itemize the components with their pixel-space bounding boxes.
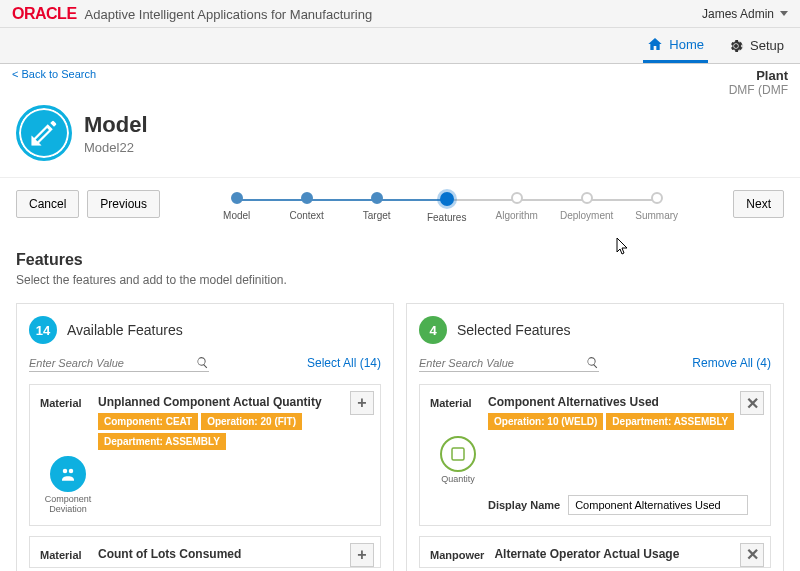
select-all-link[interactable]: Select All (14) xyxy=(307,356,381,370)
next-button[interactable]: Next xyxy=(733,190,784,218)
quantity-icon xyxy=(440,436,476,472)
nav-setup[interactable]: Setup xyxy=(724,30,788,62)
step-context[interactable]: Context xyxy=(272,192,342,221)
app-title: Adaptive Intelligent Applications for Ma… xyxy=(85,7,373,22)
section-desc: Select the features and add to the model… xyxy=(16,273,784,287)
chevron-down-icon xyxy=(780,11,788,16)
svg-point-0 xyxy=(734,44,738,48)
selected-feature-card: ✕ Material Component Alternatives Used O… xyxy=(419,384,771,526)
feature-name: Component Alternatives Used xyxy=(488,395,760,409)
selected-title: Selected Features xyxy=(457,322,571,338)
step-deployment: Deployment xyxy=(552,192,622,221)
plant-label: Plant xyxy=(729,68,788,83)
remove-all-link[interactable]: Remove All (4) xyxy=(692,356,771,370)
nav-home[interactable]: Home xyxy=(643,28,708,63)
oracle-logo: ORACLE xyxy=(12,5,77,23)
step-target[interactable]: Target xyxy=(342,192,412,221)
feature-category: Material xyxy=(40,547,88,561)
feature-name: Count of Lots Consumed xyxy=(98,547,370,561)
feature-category: Material xyxy=(40,395,88,409)
home-icon xyxy=(647,36,663,52)
page-title: Model xyxy=(84,112,148,138)
feature-icon-label: Component Deviation xyxy=(40,495,96,515)
step-model[interactable]: Model xyxy=(202,192,272,221)
search-icon xyxy=(196,356,209,369)
feature-tag: Department: ASSEMBLY xyxy=(606,413,734,430)
add-feature-button[interactable]: + xyxy=(350,391,374,415)
available-search-input[interactable] xyxy=(29,357,196,369)
display-name-label: Display Name xyxy=(488,499,560,511)
feature-tag: Component: CEAT xyxy=(98,413,198,430)
feature-name: Alternate Operator Actual Usage xyxy=(494,547,760,561)
gear-icon xyxy=(728,38,744,54)
svg-point-2 xyxy=(69,469,74,474)
available-search[interactable] xyxy=(29,354,209,372)
feature-tag: Department: ASSEMBLY xyxy=(98,433,226,450)
model-icon xyxy=(16,105,72,161)
selected-feature-card: ✕ Manpower Alternate Operator Actual Usa… xyxy=(419,536,771,568)
user-name: James Admin xyxy=(702,7,774,21)
feature-tag: Operation: 10 (WELD) xyxy=(488,413,603,430)
available-features-panel: 14 Available Features Select All (14) + … xyxy=(16,303,394,571)
feature-tag: Operation: 20 (FIT) xyxy=(201,413,302,430)
section-title: Features xyxy=(16,251,784,269)
step-features[interactable]: Features xyxy=(412,192,482,223)
feature-name: Unplanned Component Actual Quantity xyxy=(98,395,370,409)
feature-category: Manpower xyxy=(430,547,484,561)
available-feature-card: + Material Count of Lots Consumed xyxy=(29,536,381,568)
svg-point-1 xyxy=(63,469,68,474)
cancel-button[interactable]: Cancel xyxy=(16,190,79,218)
previous-button[interactable]: Previous xyxy=(87,190,160,218)
selected-features-panel: 4 Selected Features Remove All (4) ✕ Mat… xyxy=(406,303,784,571)
available-feature-card: + Material Unplanned Component Actual Qu… xyxy=(29,384,381,526)
step-summary: Summary xyxy=(622,192,692,221)
plant-value: DMF (DMF xyxy=(729,83,788,97)
component-deviation-icon xyxy=(50,456,86,492)
nav-setup-label: Setup xyxy=(750,38,784,53)
selected-search-input[interactable] xyxy=(419,357,586,369)
svg-rect-3 xyxy=(452,448,464,460)
step-algorithm: Algorithm xyxy=(482,192,552,221)
user-menu[interactable]: James Admin xyxy=(702,7,788,21)
available-count: 14 xyxy=(29,316,57,344)
model-name: Model22 xyxy=(84,140,148,155)
add-feature-button[interactable]: + xyxy=(350,543,374,567)
back-to-search-link[interactable]: < Back to Search xyxy=(12,68,96,80)
nav-home-label: Home xyxy=(669,37,704,52)
feature-icon-label: Quantity xyxy=(441,475,475,485)
wizard-stepper: Model Context Target Features Algorithm … xyxy=(202,192,692,223)
remove-feature-button[interactable]: ✕ xyxy=(740,391,764,415)
plant-info: Plant DMF (DMF xyxy=(729,68,788,97)
search-icon xyxy=(586,356,599,369)
display-name-input[interactable] xyxy=(568,495,748,515)
selected-count: 4 xyxy=(419,316,447,344)
remove-feature-button[interactable]: ✕ xyxy=(740,543,764,567)
feature-category: Material xyxy=(430,395,478,409)
available-title: Available Features xyxy=(67,322,183,338)
selected-search[interactable] xyxy=(419,354,599,372)
